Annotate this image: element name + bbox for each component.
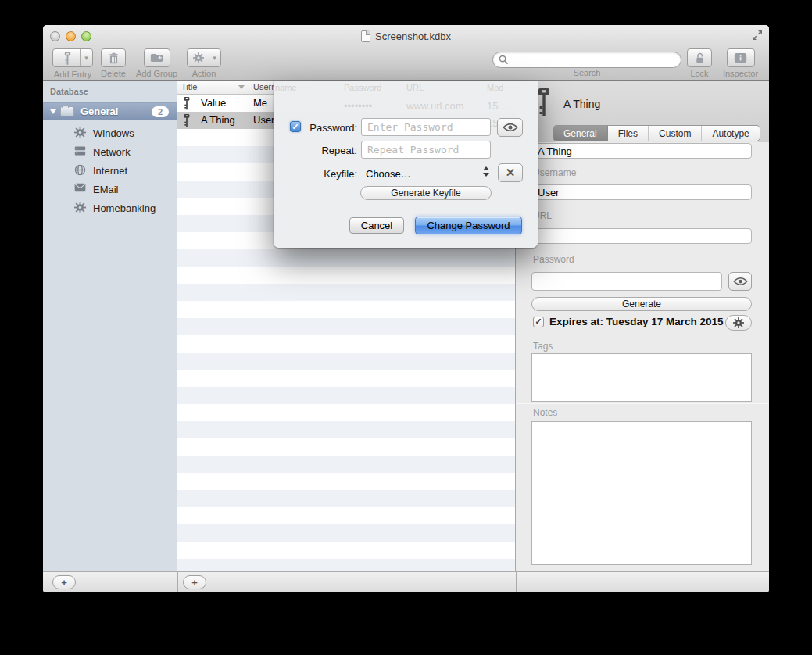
close-button[interactable] [50, 31, 60, 41]
eye-icon [503, 123, 518, 132]
ghost-url-value: www.url.com [406, 100, 464, 112]
generate-password-button[interactable]: Generate [531, 297, 752, 311]
action-button[interactable]: ▾ [187, 48, 221, 67]
add-entry-plus-button[interactable]: + [183, 575, 206, 589]
sidebar: Database General 2 Windows Network [43, 81, 177, 571]
generate-keyfile-button[interactable]: Generate Keyfile [360, 186, 492, 200]
sidebar-item-label: Internet [93, 165, 127, 177]
pane-divider [516, 572, 517, 592]
change-password-sheet: name Password URL Mod •••••••• www.url.c… [274, 81, 538, 248]
server-icon [74, 145, 87, 158]
dialog-password-input[interactable] [361, 118, 491, 136]
sidebar-item-network[interactable]: Network [43, 142, 177, 161]
tags-input[interactable] [531, 353, 752, 402]
key-icon [537, 88, 551, 117]
dialog-password-label: Password: [275, 122, 357, 134]
sidebar-item-label: EMail [93, 184, 119, 195]
entry-username-cell: User [253, 114, 274, 126]
dialog-keyfile-label: Keyfile: [275, 168, 357, 180]
zoom-button[interactable] [81, 31, 91, 41]
count-badge: 2 [152, 106, 169, 117]
keyfile-popup[interactable]: Choose… [366, 168, 411, 180]
sidebar-item-label: Windows [93, 127, 134, 139]
add-group-button[interactable] [144, 48, 170, 67]
close-icon: ✕ [506, 166, 516, 180]
inspector-header: A Thing General Files Custom Autotype [516, 81, 769, 142]
cancel-button[interactable]: Cancel [349, 217, 404, 234]
search-icon [499, 55, 509, 65]
ghost-column-username: name [275, 83, 297, 92]
folder-icon [60, 106, 74, 116]
popup-stepper-icon[interactable] [483, 166, 489, 177]
entry-username-cell: Me [253, 97, 267, 109]
tab-autotype[interactable]: Autotype [702, 126, 759, 141]
tab-custom[interactable]: Custom [649, 126, 702, 141]
inspector-label: Inspector [721, 69, 760, 78]
document-icon [361, 30, 370, 42]
add-group-plus-button[interactable]: + [52, 575, 76, 589]
trash-icon [108, 52, 120, 64]
dialog-repeat-input[interactable] [361, 141, 491, 159]
pane-divider [177, 572, 178, 592]
sidebar-item-email[interactable]: EMail [43, 180, 177, 199]
padlock-open-icon [694, 52, 706, 64]
toolbar: ▾ Add Entry Delete Add Group [43, 47, 769, 81]
notes-input[interactable] [531, 421, 752, 565]
eye-icon [733, 277, 748, 286]
sidebar-group-general[interactable]: General 2 [43, 102, 177, 120]
key-icon [183, 113, 191, 128]
sidebar-item-label: Homebanking [93, 202, 156, 214]
lock-button[interactable] [687, 48, 712, 67]
entry-title-cell: A Thing [201, 114, 235, 126]
delete-button[interactable] [101, 48, 126, 67]
inspector-entry-title: A Thing [563, 98, 600, 110]
sidebar-item-internet[interactable]: Internet [43, 161, 177, 180]
sidebar-item-windows[interactable]: Windows [43, 123, 177, 142]
gear-icon [74, 202, 87, 214]
tags-label: Tags [533, 341, 553, 352]
sidebar-item-homebanking[interactable]: Homebanking [43, 199, 177, 217]
dialog-reveal-password-button[interactable] [497, 118, 523, 137]
search-input[interactable] [492, 52, 681, 68]
column-header-title[interactable]: Title [181, 82, 197, 91]
clear-keyfile-button[interactable]: ✕ [498, 163, 523, 182]
reveal-password-button[interactable] [728, 272, 752, 291]
expires-checkbox[interactable] [533, 317, 544, 328]
delete-label: Delete [100, 69, 127, 78]
disclosure-triangle-icon[interactable] [50, 109, 56, 114]
titlebar: Screenshot.kdbx [43, 25, 769, 47]
info-icon [734, 52, 747, 63]
inspector-button[interactable] [727, 48, 755, 67]
inspector-tabs: General Files Custom Autotype [553, 125, 760, 141]
window-header: Screenshot.kdbx ▾ Add Entry [43, 25, 769, 81]
username-field[interactable] [531, 184, 752, 200]
ghost-column-mod: Mod [487, 83, 503, 92]
title-field[interactable] [531, 143, 752, 159]
change-password-button[interactable]: Change Password [415, 217, 522, 234]
expires-row: Expires at: Tuesday 17 March 2015 [533, 316, 724, 328]
fullscreen-icon[interactable] [751, 29, 764, 41]
entry-title-cell: Value [201, 97, 226, 109]
ghost-column-url: URL [406, 83, 424, 92]
action-label: Action [187, 69, 221, 78]
url-field[interactable] [531, 228, 752, 244]
add-group-label: Add Group [134, 69, 179, 78]
column-divider[interactable] [249, 81, 249, 95]
expiry-settings-button[interactable] [725, 315, 752, 331]
folder-plus-icon [150, 52, 163, 63]
globe-icon [74, 164, 87, 177]
password-field[interactable] [531, 272, 722, 291]
minimize-button[interactable] [66, 31, 76, 41]
ghost-mod-value: 15 … [487, 100, 511, 112]
chevron-down-icon: ▾ [80, 49, 91, 66]
add-entry-button[interactable]: ▾ [52, 48, 93, 67]
chevron-down-icon: ▾ [209, 49, 220, 66]
tab-general[interactable]: General [553, 126, 608, 141]
add-entry-label: Add Entry [49, 70, 96, 79]
sort-descending-icon [238, 85, 245, 89]
dialog-repeat-label: Repeat: [275, 145, 357, 156]
tab-files[interactable]: Files [608, 126, 649, 141]
bottom-bar: + + [43, 571, 769, 592]
sidebar-section-header: Database [50, 87, 88, 96]
password-label: Password [533, 254, 574, 265]
